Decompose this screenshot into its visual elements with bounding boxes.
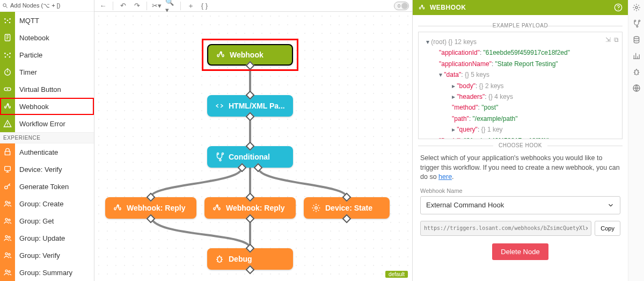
undo-button[interactable]: ↶ [118,1,128,11]
copy-url-button[interactable]: Copy [595,221,620,236]
create-webhook-link[interactable]: here [438,173,452,181]
palette-item-group-create[interactable]: Group: Create [0,195,94,212]
group-icon [0,195,15,212]
branch-icon [215,152,224,162]
palette-item-webhook[interactable]: Webhook [0,98,94,115]
detail-header: WEBHOOK [413,0,628,15]
workflow-canvas[interactable]: Webhook HTML/XML Pa... Conditional Webho… [94,12,412,281]
palette-item-group-summary[interactable]: Group: Summary [0,264,94,281]
gear-icon [311,203,321,213]
webhook-icon [418,4,426,11]
palette-item-group-update[interactable]: Group: Update [0,229,94,247]
palette-item-notebook[interactable]: Notebook [0,29,94,46]
timer-icon [0,63,15,81]
group-icon [0,229,15,247]
palette-item-device-verify[interactable]: Device: Verify [0,161,94,178]
add-button[interactable]: ＋ [185,1,196,11]
detail-title: WEBHOOK [430,4,466,11]
debug-toggle[interactable]: 0 [394,2,409,10]
default-version-badge: default [385,271,408,278]
example-payload-label: EXAMPLE PAYLOAD [413,23,628,28]
button-icon [0,81,15,98]
webhook-name-select[interactable]: External Command Hook [420,196,620,214]
webhook-name-label: Webhook Name [413,188,628,194]
auth-icon [0,143,15,161]
code-icon [215,101,224,111]
palette-node-list: MQTT Notebook Particle Timer Virtual But… [0,12,94,281]
example-payload-json[interactable]: ⇲⧉ ▾ (root) {} 12 keys "applicationId": … [418,32,623,139]
webhook-icon [113,203,122,213]
particle-icon [0,46,15,63]
expand-icon[interactable]: ⇲ [605,34,611,45]
palette-item-timer[interactable]: Timer [0,63,94,81]
webhook-icon [0,98,15,115]
webhook-icon [212,203,222,213]
help-icon[interactable] [614,3,623,12]
node-detail-panel: WEBHOOK EXAMPLE PAYLOAD ⇲⧉ ▾ (root) {} 1… [412,0,628,281]
canvas-area: ← ↶ ↷ ✂▾ 🔍▾ ＋ { } 0 Webhook [94,0,412,281]
palette-search-input[interactable]: Add Nodes (⌥ + [) [2,2,92,9]
chevron-down-icon [607,201,614,209]
palette-item-authenticate[interactable]: Authenticate [0,143,94,161]
canvas-toolbar: ← ↶ ↷ ✂▾ 🔍▾ ＋ { } 0 [94,0,412,12]
palette-item-virtual-button[interactable]: Virtual Button [0,81,94,98]
choose-hook-description: Select which of your application's webho… [413,152,628,188]
notebook-icon [0,29,15,46]
key-icon [0,178,15,195]
zoom-button[interactable]: 🔍▾ [165,1,176,11]
search-icon [2,3,8,9]
group-icon [0,247,15,264]
group-icon [0,264,15,281]
right-icon-rail [628,0,644,281]
database-icon[interactable] [632,35,641,44]
webhook-url-field[interactable] [420,221,591,236]
palette-item-particle[interactable]: Particle [0,46,94,63]
mqtt-icon [0,12,15,29]
palette-item-group-verify[interactable]: Group: Verify [0,247,94,264]
redo-button[interactable]: ↷ [131,1,142,11]
settings-icon[interactable] [632,3,641,12]
delete-node-button[interactable]: Delete Node [492,243,548,260]
git-branch-icon[interactable] [632,19,641,28]
palette-section-experience: EXPERIENCE [0,132,94,143]
choose-hook-label: CHOOSE HOOK [413,142,628,148]
palette-search-bar: Add Nodes (⌥ + [) [0,0,94,12]
device-icon [0,161,15,178]
palette-item-workflow-error[interactable]: Workflow Error [0,115,94,132]
group-icon [0,212,15,229]
palette-item-generate-token[interactable]: Generate Token [0,178,94,195]
brackets-button[interactable]: { } [199,1,210,11]
bug-icon[interactable] [632,68,641,76]
chart-icon[interactable] [632,52,641,60]
back-button[interactable]: ← [98,1,108,11]
copy-icon[interactable]: ⧉ [614,34,619,45]
palette-item-mqtt[interactable]: MQTT [0,12,94,29]
palette-item-group-get[interactable]: Group: Get [0,212,94,229]
globe-icon[interactable] [632,84,641,92]
bug-icon [215,254,224,264]
cut-button[interactable]: ✂▾ [151,1,162,11]
webhook-icon [216,50,225,60]
palette-search-placeholder: Add Nodes (⌥ + [) [10,2,60,9]
node-palette: Add Nodes (⌥ + [) MQTT Notebook Particle… [0,0,94,281]
error-icon [0,115,15,132]
